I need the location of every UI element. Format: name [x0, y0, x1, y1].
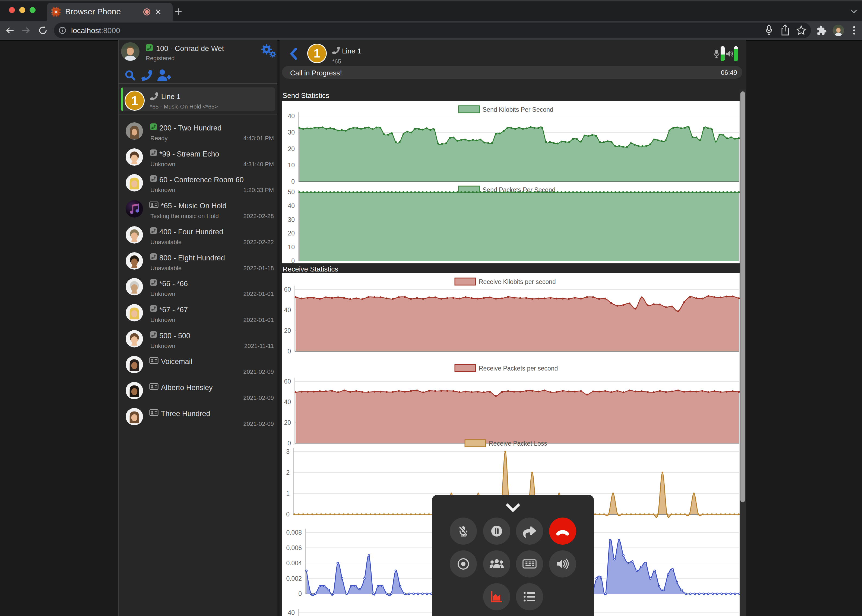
svg-text:0.002: 0.002	[286, 575, 302, 582]
svg-text:0: 0	[287, 440, 291, 447]
svg-text:40: 40	[288, 202, 295, 209]
svg-text:20: 20	[284, 419, 291, 426]
svg-text:Receive Packets per second: Receive Packets per second	[479, 365, 558, 372]
svg-text:20: 20	[288, 145, 295, 152]
svg-text:40: 40	[284, 306, 291, 314]
svg-text:30: 30	[288, 129, 295, 136]
svg-text:1: 1	[286, 490, 290, 497]
svg-text:Send Kilobits Per Second: Send Kilobits Per Second	[482, 106, 553, 113]
svg-text:Receive Kilobits per second: Receive Kilobits per second	[479, 278, 556, 285]
svg-text:0: 0	[286, 511, 290, 518]
svg-text:60: 60	[284, 378, 291, 385]
svg-text:40: 40	[288, 113, 295, 119]
svg-text:0.008: 0.008	[286, 529, 302, 536]
svg-text:0: 0	[287, 348, 291, 355]
svg-text:0: 0	[291, 258, 295, 263]
svg-text:40: 40	[284, 398, 291, 405]
svg-text:20: 20	[284, 327, 291, 334]
svg-text:20: 20	[288, 230, 295, 237]
svg-text:10: 10	[288, 162, 295, 169]
svg-text:3: 3	[286, 448, 290, 455]
svg-text:60: 60	[284, 286, 291, 293]
svg-text:0.006: 0.006	[286, 544, 302, 552]
svg-text:0: 0	[291, 178, 295, 185]
svg-text:2: 2	[286, 469, 290, 476]
svg-text:0.004: 0.004	[286, 559, 302, 567]
svg-text:50: 50	[288, 189, 295, 196]
svg-text:0: 0	[298, 590, 302, 597]
svg-text:Receive Packet Loss: Receive Packet Loss	[489, 440, 547, 447]
svg-text:30: 30	[288, 216, 295, 223]
svg-text:10: 10	[288, 244, 295, 251]
svg-text:40: 40	[288, 609, 295, 616]
